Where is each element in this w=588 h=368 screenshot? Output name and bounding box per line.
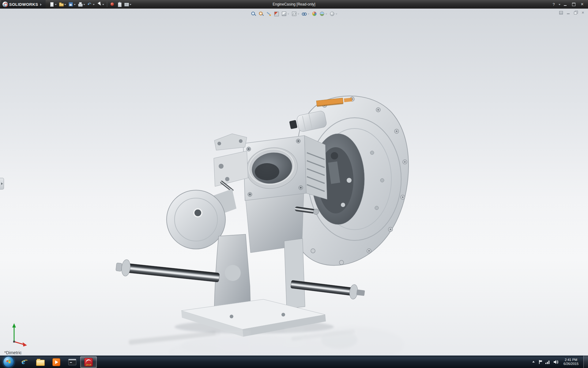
view-settings-button[interactable] <box>330 11 337 17</box>
cursor-select-icon <box>97 2 102 7</box>
help-dropdown-icon[interactable] <box>558 3 560 6</box>
taskbar-media-player[interactable] <box>48 357 64 368</box>
zoom-to-area-button[interactable] <box>258 11 264 17</box>
section-view-icon <box>274 11 279 17</box>
chevron-down-icon[interactable] <box>287 13 289 15</box>
new-document-icon <box>49 2 54 7</box>
record-macro-icon <box>110 2 115 7</box>
record-macro-button[interactable] <box>109 2 115 7</box>
toolbar-separator <box>107 2 107 7</box>
open-button[interactable] <box>58 2 67 7</box>
select-button[interactable] <box>96 2 105 7</box>
maximize-button[interactable] <box>570 2 578 7</box>
view-settings-icon <box>330 11 335 17</box>
edit-appearance-button[interactable] <box>312 11 317 17</box>
start-button[interactable] <box>3 356 14 367</box>
hidden-icons-chevron-icon[interactable] <box>531 360 536 364</box>
zoom-to-fit-button[interactable] <box>251 11 256 17</box>
hide-show-items-icon <box>302 11 307 17</box>
document-window-menu-button[interactable] <box>559 10 564 15</box>
taskbar-solidworks[interactable]: 2015 <box>80 356 97 368</box>
document-restore-button[interactable] <box>573 10 578 15</box>
show-desktop-button[interactable] <box>583 356 588 368</box>
chevron-down-icon[interactable] <box>74 3 76 6</box>
zoom-to-fit-icon <box>251 11 256 17</box>
network-icon[interactable] <box>545 360 550 364</box>
taskbar-internet-explorer[interactable] <box>17 357 32 368</box>
chevron-down-icon[interactable] <box>307 13 310 15</box>
taskbar-command-prompt[interactable] <box>64 357 80 368</box>
volume-icon[interactable] <box>553 360 559 364</box>
chevron-down-icon[interactable] <box>129 3 131 6</box>
display-style-button[interactable] <box>292 11 300 17</box>
collapsed-panel-expander[interactable] <box>0 178 4 190</box>
minimize-button[interactable] <box>561 2 569 7</box>
heads-up-view-toolbar <box>248 10 341 17</box>
print-icon <box>78 2 83 7</box>
chevron-down-icon[interactable] <box>325 13 327 15</box>
apply-scene-icon <box>319 11 325 17</box>
options-button[interactable] <box>123 2 132 7</box>
chevron-down-icon[interactable] <box>92 3 95 6</box>
chevron-down-icon[interactable] <box>297 13 300 15</box>
clipboard-button[interactable] <box>116 2 123 7</box>
options-icon <box>124 2 129 7</box>
solidworks-version-badge: 2015 <box>85 363 92 366</box>
internet-explorer-icon <box>21 358 28 366</box>
graphics-area[interactable]: *Dimetric <box>0 9 588 356</box>
view-orientation-icon <box>281 11 287 17</box>
clipboard-icon <box>117 2 122 7</box>
chevron-down-icon[interactable] <box>83 3 85 6</box>
save-button[interactable] <box>68 2 76 7</box>
windows-flag-icon <box>6 360 8 362</box>
display-style-icon <box>292 11 297 17</box>
new-document-button[interactable] <box>49 2 57 7</box>
document-minimize-button[interactable] <box>566 10 571 15</box>
undo-icon <box>87 2 92 7</box>
title-bar: SOLIDWORKS EngineCasing [Read-only] ? <box>0 0 588 9</box>
chevron-down-icon[interactable] <box>102 3 104 6</box>
document-window-controls <box>559 10 586 15</box>
apply-scene-button[interactable] <box>319 11 327 17</box>
clock-time: 2:41 PM <box>564 358 579 362</box>
action-center-flag-icon[interactable] <box>539 360 542 364</box>
close-button[interactable] <box>578 2 586 7</box>
chevron-down-icon[interactable] <box>335 13 337 15</box>
chevron-down-icon[interactable] <box>64 3 66 6</box>
windows-taskbar: 2015 2:41 PM 6/26/2015 <box>0 355 588 368</box>
magnified-selection-icon <box>266 11 272 17</box>
section-view-button[interactable] <box>274 11 279 17</box>
menu-expander-icon[interactable] <box>40 2 43 7</box>
magnified-selection-button[interactable] <box>266 11 272 17</box>
undo-button[interactable] <box>87 2 95 7</box>
window-controls: ? <box>550 2 588 7</box>
taskbar-windows-explorer[interactable] <box>32 357 48 368</box>
document-close-button[interactable] <box>581 10 586 15</box>
system-tray: 2:41 PM 6/26/2015 <box>531 356 588 368</box>
orientation-triad-icon <box>7 321 31 347</box>
help-button[interactable]: ? <box>550 2 558 7</box>
edit-appearance-icon <box>312 11 317 17</box>
solidworks-window: SOLIDWORKS EngineCasing [Read-only] ? <box>0 0 588 368</box>
zoom-to-area-icon <box>258 11 264 17</box>
quick-access-toolbar <box>49 2 132 7</box>
view-orientation-button[interactable] <box>281 11 289 17</box>
solidworks-logo: SOLIDWORKS <box>1 0 46 9</box>
command-prompt-icon <box>68 359 76 365</box>
clock-date: 6/26/2015 <box>564 362 579 366</box>
save-icon <box>68 2 73 7</box>
media-player-icon <box>52 358 60 366</box>
chevron-down-icon[interactable] <box>55 3 57 6</box>
logo-text: SOLIDWORKS <box>9 2 38 7</box>
folder-icon <box>36 360 45 366</box>
hide-show-items-button[interactable] <box>302 11 310 17</box>
open-icon <box>59 2 64 7</box>
view-orientation-label: *Dimetric <box>4 350 22 355</box>
print-button[interactable] <box>77 2 86 7</box>
taskbar-clock[interactable]: 2:41 PM 6/26/2015 <box>562 358 580 366</box>
solidworks-app-icon: 2015 <box>84 358 93 366</box>
ds-logo-icon <box>2 2 8 7</box>
title-bar-left: SOLIDWORKS <box>0 0 132 9</box>
engine-casing-model[interactable] <box>0 9 588 356</box>
